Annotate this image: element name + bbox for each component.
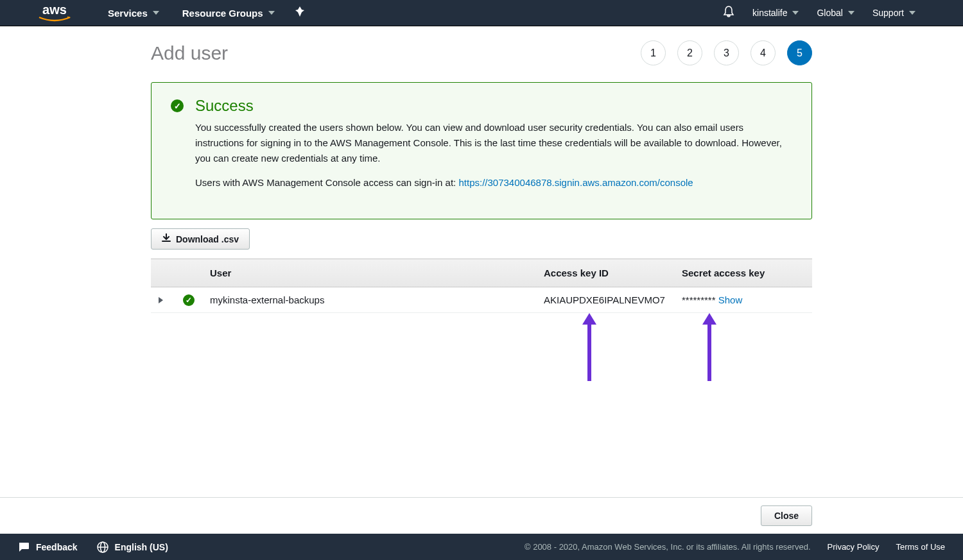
nav-pin-button[interactable] — [286, 6, 313, 19]
nav-region-label: Global — [817, 8, 842, 18]
cell-secret-access-key: ********* Show — [674, 287, 812, 313]
footer-terms-link[interactable]: Terms of Use — [896, 542, 945, 552]
nav-resource-groups[interactable]: Resource Groups — [171, 0, 286, 26]
page-title: Add user — [151, 42, 228, 64]
caret-down-icon — [268, 11, 275, 15]
wizard-step-5[interactable]: 5 — [787, 40, 812, 65]
page-header: Add user 1 2 3 4 5 — [151, 40, 812, 65]
cell-access-key-id: AKIAUPDXE6IPALNEVMO7 — [536, 287, 674, 313]
check-circle-icon: ✓ — [171, 99, 184, 112]
nav-region[interactable]: Global — [808, 0, 863, 26]
top-nav: aws Services Resource Groups kinstalife … — [0, 0, 963, 26]
alert-body-1: You successfully created the users shown… — [195, 120, 792, 166]
col-expand — [151, 259, 175, 287]
expand-row-icon[interactable] — [159, 297, 163, 303]
alert-title: Success — [195, 97, 254, 115]
nav-notifications[interactable] — [714, 6, 743, 21]
col-status — [175, 259, 202, 287]
footer-privacy-link[interactable]: Privacy Policy — [828, 542, 880, 552]
pin-icon — [295, 6, 304, 17]
footer-feedback-label: Feedback — [36, 542, 78, 552]
action-bar: Close — [0, 497, 963, 534]
alert-signin-prefix: Users with AWS Management Console access… — [195, 177, 458, 188]
footer-language[interactable]: English (US) — [97, 541, 168, 553]
show-secret-link[interactable]: Show — [718, 294, 743, 305]
secret-masked: ********* — [682, 294, 716, 305]
col-secret-access-key: Secret access key — [674, 259, 812, 287]
nav-resource-groups-label: Resource Groups — [182, 8, 263, 19]
download-icon — [162, 233, 171, 244]
check-circle-icon: ✓ — [183, 294, 195, 306]
wizard-step-1[interactable]: 1 — [641, 40, 666, 65]
speech-bubble-icon — [18, 542, 30, 552]
table-row: ✓ mykinsta-external-backups AKIAUPDXE6IP… — [151, 287, 812, 313]
nav-support-label: Support — [872, 8, 904, 18]
nav-services[interactable]: Services — [96, 0, 171, 26]
signin-url-link[interactable]: https://307340046878.signin.aws.amazon.c… — [458, 177, 693, 188]
nav-account-label: kinstalife — [752, 8, 787, 18]
footer-feedback[interactable]: Feedback — [18, 542, 78, 552]
footer-language-label: English (US) — [115, 542, 168, 552]
caret-down-icon — [848, 11, 855, 15]
caret-down-icon — [909, 11, 915, 15]
download-row: Download .csv — [151, 228, 812, 250]
annotation-arrow — [582, 314, 596, 381]
page-content: Add user 1 2 3 4 5 ✓ Success You success… — [151, 26, 812, 313]
footer-copyright: © 2008 - 2020, Amazon Web Services, Inc.… — [525, 542, 811, 552]
alert-body-2: Users with AWS Management Console access… — [195, 175, 792, 191]
annotation-arrow — [702, 314, 716, 381]
aws-smile-icon — [39, 16, 71, 22]
nav-services-label: Services — [108, 8, 148, 19]
users-table: User Access key ID Secret access key ✓ m… — [151, 259, 812, 313]
wizard-step-2[interactable]: 2 — [677, 40, 702, 65]
wizard-step-4[interactable]: 4 — [750, 40, 776, 65]
success-alert: ✓ Success You successfully created the u… — [151, 82, 812, 219]
aws-logo[interactable]: aws — [39, 3, 71, 22]
download-csv-button[interactable]: Download .csv — [151, 228, 250, 250]
wizard-step-3[interactable]: 3 — [714, 40, 739, 65]
globe-icon — [97, 541, 108, 553]
footer: Feedback English (US) © 2008 - 2020, Ama… — [0, 534, 963, 560]
caret-down-icon — [153, 11, 159, 15]
nav-account[interactable]: kinstalife — [743, 0, 808, 26]
caret-down-icon — [792, 11, 799, 15]
bell-icon — [723, 6, 734, 17]
download-csv-label: Download .csv — [176, 234, 239, 244]
col-access-key-id: Access key ID — [536, 259, 674, 287]
nav-support[interactable]: Support — [863, 0, 924, 26]
col-user: User — [202, 259, 536, 287]
wizard-steps: 1 2 3 4 5 — [641, 40, 812, 65]
cell-user: mykinsta-external-backups — [202, 287, 536, 313]
close-button[interactable]: Close — [761, 505, 812, 526]
